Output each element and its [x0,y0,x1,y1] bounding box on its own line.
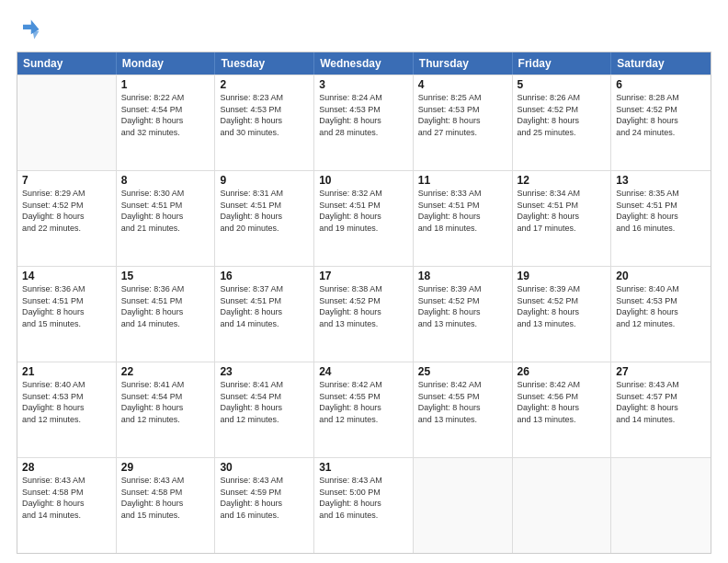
cell-date: 14 [22,270,111,282]
cell-date: 12 [518,174,607,187]
cell-info: Sunrise: 8:29 AM Sunset: 4:52 PM Dayligh… [22,188,111,234]
header-day-friday: Friday [513,52,612,75]
cell-info: Sunrise: 8:40 AM Sunset: 4:53 PM Dayligh… [22,379,111,425]
cell-info: Sunrise: 8:42 AM Sunset: 4:55 PM Dayligh… [418,379,507,425]
cell-date: 20 [616,270,706,282]
cell-date: 3 [319,78,408,91]
cell-date: 11 [418,174,507,187]
logo [17,17,46,42]
calendar-cell: 2Sunrise: 8:23 AM Sunset: 4:53 PM Daylig… [215,75,314,170]
cell-info: Sunrise: 8:42 AM Sunset: 4:56 PM Dayligh… [518,379,607,425]
svg-marker-1 [33,31,40,40]
cell-info: Sunrise: 8:36 AM Sunset: 4:51 PM Dayligh… [121,283,210,329]
calendar-cell: 18Sunrise: 8:39 AM Sunset: 4:52 PM Dayli… [414,267,513,362]
calendar-cell: 21Sunrise: 8:40 AM Sunset: 4:53 PM Dayli… [17,362,117,457]
cell-info: Sunrise: 8:39 AM Sunset: 4:52 PM Dayligh… [518,283,607,329]
calendar-cell: 30Sunrise: 8:43 AM Sunset: 4:59 PM Dayli… [215,458,314,553]
cell-info: Sunrise: 8:23 AM Sunset: 4:53 PM Dayligh… [220,92,309,138]
calendar-cell: 20Sunrise: 8:40 AM Sunset: 4:53 PM Dayli… [611,267,711,362]
cell-date: 16 [220,270,309,282]
calendar-cell: 5Sunrise: 8:26 AM Sunset: 4:52 PM Daylig… [513,75,612,170]
calendar-cell: 6Sunrise: 8:28 AM Sunset: 4:52 PM Daylig… [611,75,711,170]
cell-info: Sunrise: 8:26 AM Sunset: 4:52 PM Dayligh… [518,92,607,138]
header-day-sunday: Sunday [17,52,117,75]
cell-date: 22 [121,365,210,378]
calendar-cell: 13Sunrise: 8:35 AM Sunset: 4:51 PM Dayli… [611,171,711,266]
cell-date: 25 [418,365,507,378]
header-day-thursday: Thursday [414,52,513,75]
calendar-cell: 14Sunrise: 8:36 AM Sunset: 4:51 PM Dayli… [17,267,117,362]
cell-date: 19 [518,270,607,282]
header [17,17,711,42]
calendar-cell: 9Sunrise: 8:31 AM Sunset: 4:51 PM Daylig… [215,171,314,266]
cell-date: 6 [616,78,706,91]
calendar-row-4: 21Sunrise: 8:40 AM Sunset: 4:53 PM Dayli… [17,362,711,457]
cell-info: Sunrise: 8:36 AM Sunset: 4:51 PM Dayligh… [22,283,111,329]
cell-date: 23 [220,365,309,378]
cell-info: Sunrise: 8:37 AM Sunset: 4:51 PM Dayligh… [220,283,309,329]
calendar-cell: 26Sunrise: 8:42 AM Sunset: 4:56 PM Dayli… [513,362,612,457]
cell-info: Sunrise: 8:34 AM Sunset: 4:51 PM Dayligh… [518,188,607,234]
cell-date: 13 [616,174,706,187]
cell-info: Sunrise: 8:38 AM Sunset: 4:52 PM Dayligh… [319,283,408,329]
calendar-cell [513,458,612,553]
calendar-cell: 22Sunrise: 8:41 AM Sunset: 4:54 PM Dayli… [117,362,216,457]
header-day-monday: Monday [117,52,216,75]
calendar-cell: 24Sunrise: 8:42 AM Sunset: 4:55 PM Dayli… [314,362,414,457]
cell-info: Sunrise: 8:33 AM Sunset: 4:51 PM Dayligh… [418,188,507,234]
calendar-cell: 4Sunrise: 8:25 AM Sunset: 4:53 PM Daylig… [414,75,513,170]
calendar-cell: 8Sunrise: 8:30 AM Sunset: 4:51 PM Daylig… [117,171,216,266]
calendar: SundayMondayTuesdayWednesdayThursdayFrid… [17,52,711,554]
cell-info: Sunrise: 8:24 AM Sunset: 4:53 PM Dayligh… [319,92,408,138]
calendar-cell: 17Sunrise: 8:38 AM Sunset: 4:52 PM Dayli… [314,267,414,362]
cell-date: 18 [418,270,507,282]
cell-date: 2 [220,78,309,91]
calendar-row-5: 28Sunrise: 8:43 AM Sunset: 4:58 PM Dayli… [17,457,711,553]
calendar-cell: 16Sunrise: 8:37 AM Sunset: 4:51 PM Dayli… [215,267,314,362]
cell-date: 27 [616,365,706,378]
calendar-row-2: 7Sunrise: 8:29 AM Sunset: 4:52 PM Daylig… [17,170,711,266]
cell-info: Sunrise: 8:39 AM Sunset: 4:52 PM Dayligh… [418,283,507,329]
cell-info: Sunrise: 8:43 AM Sunset: 4:59 PM Dayligh… [220,475,309,521]
calendar-cell: 19Sunrise: 8:39 AM Sunset: 4:52 PM Dayli… [513,267,612,362]
cell-date: 17 [319,270,408,282]
calendar-body: 1Sunrise: 8:22 AM Sunset: 4:54 PM Daylig… [17,75,711,553]
cell-info: Sunrise: 8:22 AM Sunset: 4:54 PM Dayligh… [121,92,210,138]
calendar-cell [611,458,711,553]
cell-date: 9 [220,174,309,187]
cell-date: 29 [121,461,210,474]
cell-date: 7 [22,174,111,187]
cell-date: 30 [220,461,309,474]
header-day-wednesday: Wednesday [314,52,414,75]
calendar-cell [414,458,513,553]
calendar-row-1: 1Sunrise: 8:22 AM Sunset: 4:54 PM Daylig… [17,75,711,170]
calendar-cell: 7Sunrise: 8:29 AM Sunset: 4:52 PM Daylig… [17,171,117,266]
calendar-cell: 31Sunrise: 8:43 AM Sunset: 5:00 PM Dayli… [314,458,414,553]
cell-info: Sunrise: 8:30 AM Sunset: 4:51 PM Dayligh… [121,188,210,234]
cell-date: 28 [22,461,111,474]
calendar-cell: 11Sunrise: 8:33 AM Sunset: 4:51 PM Dayli… [414,171,513,266]
calendar-cell: 23Sunrise: 8:41 AM Sunset: 4:54 PM Dayli… [215,362,314,457]
cell-info: Sunrise: 8:31 AM Sunset: 4:51 PM Dayligh… [220,188,309,234]
calendar-cell: 1Sunrise: 8:22 AM Sunset: 4:54 PM Daylig… [117,75,216,170]
calendar-cell: 29Sunrise: 8:43 AM Sunset: 4:58 PM Dayli… [117,458,216,553]
calendar-cell [17,75,117,170]
calendar-cell: 12Sunrise: 8:34 AM Sunset: 4:51 PM Dayli… [513,171,612,266]
cell-info: Sunrise: 8:42 AM Sunset: 4:55 PM Dayligh… [319,379,408,425]
calendar-cell: 28Sunrise: 8:43 AM Sunset: 4:58 PM Dayli… [17,458,117,553]
cell-info: Sunrise: 8:32 AM Sunset: 4:51 PM Dayligh… [319,188,408,234]
cell-info: Sunrise: 8:41 AM Sunset: 4:54 PM Dayligh… [121,379,210,425]
cell-info: Sunrise: 8:43 AM Sunset: 4:58 PM Dayligh… [121,475,210,521]
header-day-tuesday: Tuesday [215,52,314,75]
calendar-cell: 27Sunrise: 8:43 AM Sunset: 4:57 PM Dayli… [611,362,711,457]
cell-date: 15 [121,270,210,282]
header-day-saturday: Saturday [611,52,711,75]
cell-date: 31 [319,461,408,474]
cell-info: Sunrise: 8:43 AM Sunset: 4:58 PM Dayligh… [22,475,111,521]
cell-info: Sunrise: 8:40 AM Sunset: 4:53 PM Dayligh… [616,283,706,329]
cell-date: 4 [418,78,507,91]
calendar-row-3: 14Sunrise: 8:36 AM Sunset: 4:51 PM Dayli… [17,266,711,362]
logo-icon [17,17,42,42]
page: SundayMondayTuesdayWednesdayThursdayFrid… [0,0,728,563]
calendar-cell: 3Sunrise: 8:24 AM Sunset: 4:53 PM Daylig… [314,75,414,170]
